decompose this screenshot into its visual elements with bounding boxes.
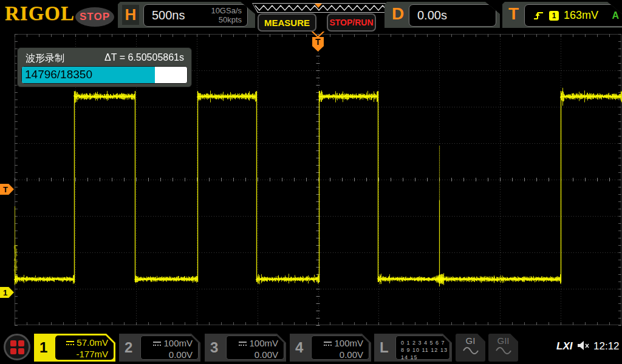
run-state-badge: STOP	[75, 7, 114, 27]
channel-3-scale: 100mV	[249, 338, 278, 348]
channel-1-scale: 57.0mV	[77, 337, 108, 348]
trigger-mode: A	[612, 10, 619, 21]
channel-4-display: 100mV 0.00V	[311, 335, 369, 360]
trigger-source-badge: 1	[549, 11, 559, 21]
trigger-level-value: 163mV	[564, 9, 598, 22]
record-delta-t: ΔT = 6.50505861s	[104, 52, 184, 65]
bottom-bar: 1 57.0mV -177mV 2 100mV 0.00V 3 100mV 0.…	[0, 332, 622, 364]
delay-display: 0.00s	[409, 4, 496, 27]
trigger-slope-icon	[533, 10, 544, 21]
trigger-position-marker-label: T	[310, 37, 326, 47]
channel-4-button[interactable]: 4 100mV 0.00V	[290, 334, 371, 362]
delay-label: D	[392, 4, 404, 24]
channel-1-display: 57.0mV -177mV	[55, 335, 114, 360]
channel-4-offset: 0.00V	[312, 349, 363, 360]
header-bar: RIGOL STOP H 500ns 10GSa/s 50kpts MEASUR…	[0, 0, 622, 32]
sample-rate-stack: 10GSa/s 50kpts	[211, 6, 242, 24]
trigger-label: T	[508, 4, 519, 24]
delay-value: 0.00s	[417, 8, 447, 22]
sample-rate: 10GSa/s	[211, 6, 242, 15]
lxi-status-label: LXI	[556, 340, 572, 352]
horizontal-settings-box[interactable]: H 500ns 10GSa/s 50kpts	[118, 2, 255, 28]
trigger-box[interactable]: T 1 163mV A	[502, 2, 622, 28]
stop-run-button[interactable]: STOP/RUN	[327, 13, 376, 32]
dc-coupling-icon	[152, 341, 162, 347]
channel-1-number: 1	[39, 339, 47, 356]
logic-row-1: 0 1 2 3 4 5 6 7	[401, 339, 449, 346]
speaker-muted-icon	[577, 340, 590, 351]
g1-source-button[interactable]: GI	[456, 334, 485, 362]
logic-label: L	[380, 339, 389, 356]
channel-2-scale: 100mV	[163, 338, 193, 348]
brand-logo: RIGOL	[5, 2, 75, 25]
logic-row-2: 8 9 10 11 12 13 14 15	[401, 346, 449, 361]
record-progress-bar: 14796/18350	[21, 66, 188, 84]
dc-coupling-icon	[323, 341, 332, 347]
logic-display: 0 1 2 3 4 5 6 7 8 9 10 11 12 13 14 15	[395, 335, 450, 360]
channel-4-scale: 100mV	[334, 338, 363, 348]
horizontal-label: H	[122, 5, 139, 25]
dc-coupling-icon	[66, 340, 75, 346]
waveform-record-popup: 波形录制 ΔT = 6.50505861s 14796/18350	[17, 47, 192, 87]
channel-1-offset: -177mV	[55, 348, 108, 360]
channel-3-offset: 0.00V	[227, 349, 278, 360]
channel-2-offset: 0.00V	[141, 349, 193, 360]
g2-source-button[interactable]: GII	[488, 334, 518, 362]
g1-sine-icon	[462, 346, 480, 356]
g2-sine-icon	[494, 346, 513, 356]
dc-coupling-icon	[238, 341, 247, 347]
clock-time: 12:12	[593, 340, 620, 352]
trigger-position-marker[interactable]: T	[310, 30, 326, 53]
g1-label: GI	[456, 335, 485, 346]
measure-button[interactable]: MEASURE	[258, 13, 316, 32]
channel-3-display: 100mV 0.00V	[226, 335, 284, 360]
channel-2-number: 2	[125, 339, 132, 356]
horizontal-display: 500ns 10GSa/s 50kpts	[143, 4, 248, 27]
channel-3-button[interactable]: 3 100mV 0.00V	[205, 334, 286, 362]
channel-2-display: 100mV 0.00V	[140, 335, 199, 360]
memory-depth: 50kpts	[211, 15, 242, 24]
trigger-level-marker-label: T	[3, 185, 8, 194]
channel-3-number: 3	[210, 339, 218, 356]
logic-channels-button[interactable]: L 0 1 2 3 4 5 6 7 8 9 10 11 12 13 14 15	[374, 334, 452, 362]
waveform-preview-strip[interactable]	[252, 3, 391, 13]
channel-4-number: 4	[295, 339, 303, 356]
trigger-display: 1 163mV A	[524, 4, 622, 27]
preview-trigger-marker-icon	[315, 4, 322, 8]
timebase-value: 500ns	[152, 8, 185, 22]
channel1-position-marker-label: 1	[3, 288, 7, 297]
record-progress-text: 14796/18350	[25, 68, 92, 81]
delay-box[interactable]: D 0.00s	[384, 2, 500, 28]
oscilloscope-screen: RIGOL STOP H 500ns 10GSa/s 50kpts MEASUR…	[0, 0, 622, 364]
menu-grid-icon	[10, 340, 24, 354]
channel-2-button[interactable]: 2 100mV 0.00V	[119, 334, 200, 362]
g2-label: GII	[488, 335, 518, 346]
menu-button[interactable]	[4, 334, 30, 360]
channel-1-button[interactable]: 1 57.0mV -177mV	[34, 334, 115, 362]
record-popup-title: 波形录制	[26, 52, 64, 65]
